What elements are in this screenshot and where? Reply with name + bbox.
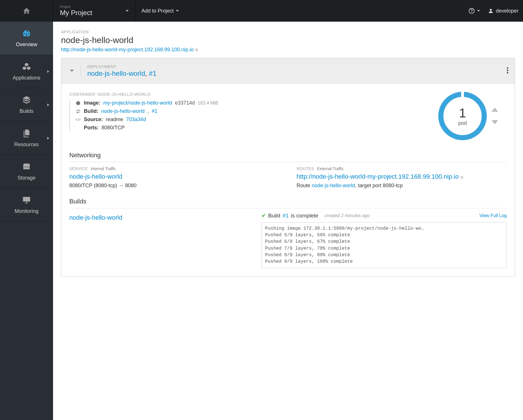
nav-overview[interactable]: Overview — [0, 22, 53, 55]
code-icon: </> — [75, 117, 81, 122]
source-text: readme — [106, 117, 123, 123]
routes-sub: External Traffic — [317, 166, 344, 171]
sidebar: Overview Applications Builds Resources S… — [0, 22, 53, 420]
build-created: created 2 minutes ago — [325, 213, 370, 218]
cubes-icon — [22, 62, 31, 72]
build-status-prefix: Build — [268, 213, 280, 219]
cube-icon — [75, 101, 81, 106]
image-row: Image: my-project/node-js-hello-world e3… — [75, 100, 430, 106]
nav-monitoring[interactable]: Monitoring — [0, 188, 53, 222]
user-menu[interactable]: developer — [488, 8, 518, 14]
nav-storage[interactable]: Storage — [0, 155, 53, 188]
svg-point-4 — [507, 70, 508, 71]
nav-resources[interactable]: Resources — [0, 122, 53, 155]
nav-applications[interactable]: Applications — [0, 55, 53, 88]
pod-section: 1 pod — [438, 92, 507, 140]
svg-point-3 — [507, 68, 508, 69]
help-button[interactable] — [469, 8, 480, 14]
container-label: CONTAINER: NODE-JS-HELLO-WORLD — [69, 92, 430, 97]
chevron-right-icon — [47, 70, 49, 73]
deployment-name: node-js-hello-world, #1 — [87, 70, 157, 78]
service-column: SERVICE Internal Traffic node-js-hello-w… — [69, 166, 279, 189]
deployment-name-link[interactable]: node-js-hello-world — [87, 70, 145, 77]
build-link[interactable]: node-js-hello-world — [101, 108, 145, 114]
deployment-label: DEPLOYMENT — [87, 64, 157, 69]
svg-point-2 — [490, 9, 492, 11]
service-link[interactable]: node-js-hello-world — [69, 173, 122, 180]
routes-heading: ROUTES — [297, 166, 314, 171]
deployment-card: DEPLOYMENT node-js-hello-world, #1 CONTA… — [61, 58, 515, 276]
service-ports: 8080/TCP (8080-tcp) → 8080 — [69, 183, 279, 189]
home-icon — [23, 7, 31, 15]
nav-label: Monitoring — [15, 208, 38, 214]
kebab-icon — [507, 67, 508, 74]
networking-title: Networking — [69, 152, 507, 159]
divider — [81, 65, 81, 77]
routes-column: ROUTES External Traffic http://node-js-h… — [297, 166, 507, 189]
chevron-right-icon — [47, 137, 49, 140]
builds-title: Builds — [69, 198, 507, 205]
refresh-icon — [75, 109, 81, 114]
build-name-link[interactable]: node-js-hello-world — [69, 214, 122, 221]
deployment-body: CONTAINER: NODE-JS-HELLO-WORLD Image: my… — [61, 84, 515, 148]
build-label: Build: — [84, 108, 98, 114]
source-label: Source: — [84, 117, 103, 123]
source-hash-link[interactable]: 703a34d — [126, 117, 146, 123]
external-link-icon: ⧉ — [195, 48, 198, 52]
deployment-number-link[interactable]: #1 — [149, 70, 157, 77]
main-content: APPLICATION node-js-hello-world http://n… — [53, 22, 523, 420]
build-status-row: ✔ Build #1 is complete created 2 minutes… — [262, 212, 507, 219]
project-label: Project — [60, 5, 92, 9]
check-icon: ✔ — [262, 212, 266, 219]
route-prefix: Route — [297, 183, 312, 188]
layers-icon — [22, 95, 31, 105]
chevron-down-icon — [69, 68, 74, 73]
nav-label: Applications — [13, 75, 40, 81]
application-url[interactable]: http://node-js-hello-world-my-project.19… — [61, 47, 198, 53]
topbar: Project My Project Add to Project develo… — [0, 0, 523, 22]
monitor-icon — [22, 195, 31, 205]
route-name-link[interactable]: node-js-hello-world — [312, 183, 355, 188]
ports-label: Ports: — [84, 125, 99, 131]
application-name: node-js-hello-world — [61, 35, 515, 45]
chevron-down-icon — [176, 10, 179, 12]
add-to-project-button[interactable]: Add to Project — [136, 0, 185, 22]
route-detail: Route node-js-hello-world, target port 8… — [297, 183, 507, 189]
view-full-log-link[interactable]: View Full Log — [479, 213, 507, 218]
pod-donut: 1 pod — [438, 92, 487, 140]
rule — [69, 208, 507, 208]
build-row: Build: node-js-hello-world, #1 — [75, 108, 430, 114]
pod-label: pod — [458, 120, 467, 126]
help-icon — [469, 8, 475, 14]
build-log: Pushing image 172.30.1.1:5000/my-project… — [262, 222, 507, 268]
chevron-down-icon — [126, 10, 129, 12]
files-icon — [22, 129, 31, 139]
nav-label: Storage — [17, 175, 35, 181]
image-hash: e33714d — [175, 100, 195, 106]
image-size: 183.4 MiB — [198, 101, 218, 106]
scale-up-button[interactable] — [491, 107, 499, 113]
route-url[interactable]: http://node-js-hello-world-my-project.19… — [297, 173, 463, 180]
project-selector[interactable]: Project My Project — [53, 0, 136, 22]
service-sub: Internal Traffic — [91, 166, 116, 171]
home-button[interactable] — [0, 0, 53, 22]
chevron-down-icon — [477, 10, 480, 12]
topbar-right: developer — [469, 0, 523, 22]
svg-point-5 — [507, 72, 508, 74]
user-icon — [488, 8, 494, 14]
kebab-menu[interactable] — [507, 67, 508, 75]
nav-builds[interactable]: Builds — [0, 88, 53, 122]
image-link[interactable]: my-project/node-js-hello-world — [103, 100, 172, 106]
username: developer — [496, 8, 518, 14]
build-number-link[interactable]: #1 — [152, 108, 157, 114]
build-status-link[interactable]: #1 — [283, 213, 289, 219]
application-label: APPLICATION — [61, 30, 515, 34]
route-url-text: http://node-js-hello-world-my-project.19… — [297, 173, 459, 180]
dashboard-icon — [22, 29, 31, 39]
add-to-project-label: Add to Project — [141, 8, 174, 14]
scale-down-button[interactable] — [491, 119, 499, 125]
collapse-button[interactable] — [69, 68, 74, 74]
application-url-text: http://node-js-hello-world-my-project.19… — [61, 47, 194, 53]
nav-label: Builds — [19, 108, 33, 114]
source-row: </> Source: readme 703a34d — [75, 117, 430, 123]
